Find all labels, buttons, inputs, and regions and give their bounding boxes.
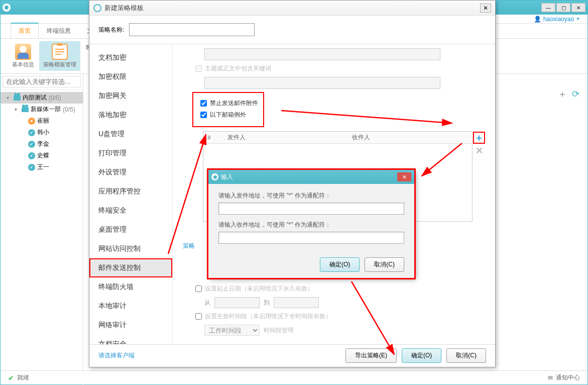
tree-user-label: 韩小 [37,128,49,137]
status-left: ✔ 就绪 [8,373,29,382]
col-number: # [203,134,223,141]
nav-doc-encrypt[interactable]: 文档加密 [89,48,172,67]
status-online-icon: ✓ [28,152,35,159]
check-icon: ✔ [8,374,14,382]
tree-group-label: 新媒体一部 [31,105,61,114]
period-select[interactable]: 工作时间段 [204,325,260,336]
policy-hint: 策略 [180,242,195,250]
add-row-button[interactable]: ＋ [474,133,484,143]
nav-app-control[interactable]: 应用程序管控 [89,182,172,201]
receiver-input[interactable] [218,232,404,244]
tree-user[interactable]: ✓李金 [1,138,83,150]
tree-user[interactable]: ✓韩小 [1,127,83,138]
refresh-button[interactable]: ⟳ [571,89,580,99]
notification-label: 通知中心 [556,373,580,382]
group-icon [22,107,29,112]
right-toolbar: ＋ ⟳ [558,89,580,99]
export-policy-button[interactable]: 导出策略(E) [345,348,397,363]
nav-email-control[interactable]: 邮件发送控制 [89,258,172,277]
nav-local-audit[interactable]: 本地审计 [89,297,172,316]
no-attachment-checkbox[interactable] [200,100,207,107]
from-date-input[interactable] [214,297,260,308]
to-date-input[interactable] [274,297,319,308]
policy-name-input[interactable] [129,23,255,36]
tree-user[interactable]: ✕崔丽 [1,115,83,127]
nav-peripheral[interactable]: 外设管理 [89,163,172,182]
tree-user[interactable]: ✓史蝶 [1,150,83,161]
nav-usb[interactable]: U盘管理 [89,125,172,144]
status-online-icon: ✓ [28,164,35,171]
tree-user[interactable]: ✓王一 [1,161,83,173]
tree-root[interactable]: ▾ 内部测试 (0/5) [1,92,83,104]
toolbar-basic-label: 基本信息 [12,61,34,68]
input-cancel-button[interactable]: 取消(C) [365,257,404,272]
tree-root-label: 内部测试 [23,93,47,102]
select-client-link[interactable]: 请选择客户端 [98,351,135,360]
collapse-icon[interactable]: ▾ [15,107,20,112]
sender-label: 请输入发件地址，可使用 "*" 作为通配符： [218,191,404,200]
tab-terminal[interactable]: 终端信息 [39,23,79,38]
delete-row-button[interactable]: ✕ [474,146,484,156]
date-checkbox[interactable] [195,285,202,292]
col-receiver: 收件人 [348,133,473,142]
left-panel: ▾ 内部测试 (0/5) ▾ 新媒体一部 (0/5) ✕崔丽 ✓韩小 ✓李金 ✓… [1,74,83,385]
tree-user-label: 王一 [37,163,49,171]
input-dialog-title-bar[interactable]: 输入 ✕ [208,170,414,184]
except-checkbox[interactable] [200,112,207,118]
dialog-cancel-button[interactable]: 取消(C) [446,348,486,363]
search-input[interactable] [3,76,81,87]
nav-print[interactable]: 打印管理 [89,144,172,163]
user-link[interactable]: 👤 haoxiaoyao ▼ [534,16,580,23]
dialog-close-button[interactable]: ✕ [480,4,491,13]
dialog-title: 新建策略模板 [104,4,144,13]
tab-home[interactable]: 首页 [11,23,39,38]
collapse-icon[interactable]: ▾ [7,95,12,101]
status-text: 就绪 [17,373,29,382]
nav-firewall[interactable]: 终端防火墙 [89,277,172,297]
nav-website[interactable]: 网站访问控制 [89,239,172,258]
nav-network-audit[interactable]: 网络审计 [89,316,172,335]
keyword-label: 主题或正文中包含关键词 [205,64,271,73]
dialog-title-bar[interactable]: 新建策略模板 ✕ [89,1,495,16]
close-button[interactable]: ✕ [571,3,585,12]
input-dialog-close-button[interactable]: ✕ [397,172,411,181]
username: haoxiaoyao [543,16,574,23]
maximize-button[interactable]: ▢ [556,3,570,12]
app-icon [3,4,11,12]
time-label: 设置生效时间段（未启用情况下全时间段有效） [205,312,331,321]
status-online-icon: ✓ [28,129,35,136]
input-dialog-title: 输入 [221,173,233,181]
nav-doc-security[interactable]: 文档安全 [89,335,172,344]
receiver-label: 请输入收件地址，可使用 "*" 作为通配符： [218,221,404,229]
tree-root-count: (0/5) [49,94,61,102]
dialog-ok-button[interactable]: 确定(O) [402,348,441,363]
notification-center[interactable]: ✉ 通知中心 [548,373,580,382]
toolbar-basic-info[interactable]: 基本信息 [8,41,38,71]
minimize-button[interactable]: — [541,3,555,12]
nav-encrypt-perm[interactable]: 加密权限 [89,67,172,86]
tree-group-count: (0/5) [63,106,75,113]
sender-input[interactable] [218,203,404,215]
time-checkbox[interactable] [195,313,202,320]
keyword-checkbox[interactable] [195,65,202,72]
dialog-footer: 请选择客户端 导出策略(E) 确定(O) 取消(C) [89,344,495,366]
add-button[interactable]: ＋ [558,89,567,99]
person-icon [15,44,31,60]
input-ok-button[interactable]: 确定(O) [320,257,360,272]
nav-landing-encrypt[interactable]: 落地加密 [89,106,172,125]
input-dialog-icon [211,173,218,180]
tree-user-label: 史蝶 [37,151,49,160]
nav-encrypt-gateway[interactable]: 加密网关 [89,86,172,106]
clipboard-icon [52,44,68,60]
to-label: 到 [264,299,270,307]
from-label: 从 [204,299,210,307]
tree-group[interactable]: ▾ 新媒体一部 (0/5) [1,104,83,115]
highlight-box-checkboxes: 禁止发送邮件附件 以下邮箱例外 [193,93,263,126]
col-sender: 发件人 [223,133,348,142]
nav-desktop[interactable]: 桌面管理 [89,220,172,239]
status-bar: ✔ 就绪 ✉ 通知中心 [1,370,587,384]
dropdown-icon: ▼ [576,17,580,21]
group-icon [14,95,21,101]
toolbar-policy-template[interactable]: 策略模板管理 [39,41,80,71]
nav-terminal-security[interactable]: 终端安全 [89,201,172,220]
